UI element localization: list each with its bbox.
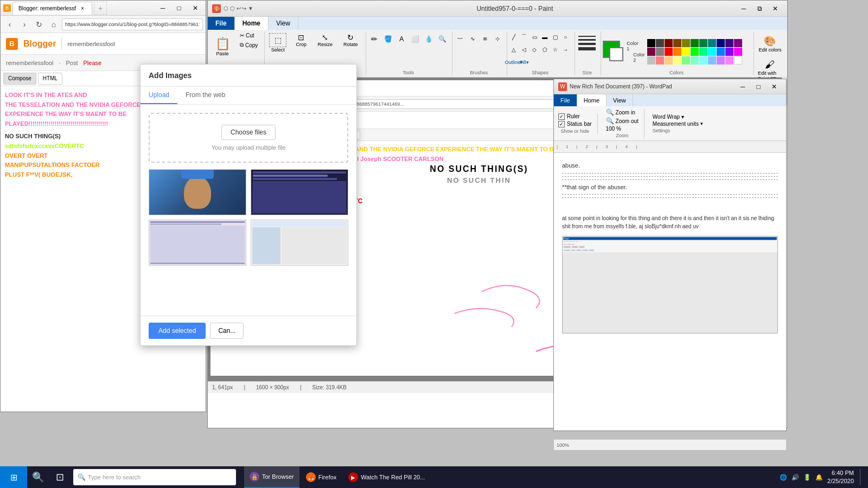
zoom-in-row[interactable]: 🔍 Zoom in — [606, 108, 639, 116]
triangle-shape[interactable]: △ — [509, 45, 519, 54]
paste-btn[interactable]: 📋 Paste — [210, 31, 234, 61]
color-white[interactable] — [734, 56, 742, 65]
dialog-tab-from-web[interactable]: From the web — [177, 87, 233, 104]
fillrect-shape[interactable]: ▬ — [540, 33, 550, 41]
pencil-btn[interactable]: ✏ — [368, 33, 381, 45]
color-salmon[interactable] — [656, 56, 664, 65]
pentagon-shape[interactable]: ⬠ — [540, 45, 550, 54]
compose-btn[interactable]: Compose — [3, 73, 36, 85]
paint-close-btn[interactable]: ✕ — [768, 3, 783, 15]
browser-home-btn[interactable]: ⌂ — [47, 18, 60, 31]
browser-back-btn[interactable]: ‹ — [3, 18, 16, 31]
task-view-btn[interactable]: ⊡ — [49, 466, 71, 488]
color-mint[interactable] — [691, 56, 699, 65]
ellipse-shape[interactable]: ○ — [560, 33, 570, 41]
size-line-1[interactable] — [578, 36, 596, 37]
text-btn[interactable]: A — [395, 33, 408, 45]
size-line-2[interactable] — [578, 39, 596, 41]
wordpad-status-row[interactable]: ✓ Status bar — [558, 121, 592, 127]
color-dark-gray[interactable] — [656, 39, 664, 47]
add-selected-btn[interactable]: Add selected — [149, 323, 206, 339]
color-light-purple[interactable] — [717, 56, 725, 65]
zoom-100-row[interactable]: 100 % — [606, 126, 639, 132]
wordpad-tab-file[interactable]: File — [554, 94, 577, 106]
cortana-btn[interactable]: 🔍 — [30, 466, 46, 488]
color-red[interactable] — [665, 48, 673, 56]
browser-minimize-btn[interactable]: ─ — [155, 2, 170, 14]
browser-maximize-btn[interactable]: □ — [171, 2, 187, 14]
brush-3[interactable]: ≋ — [479, 33, 491, 44]
diamond-shape[interactable]: ◇ — [529, 45, 539, 54]
color-violet[interactable] — [725, 48, 733, 56]
color-light-green[interactable] — [682, 56, 690, 65]
color-light-blue[interactable] — [708, 56, 716, 65]
color-light-cyan[interactable] — [699, 56, 707, 65]
ruler-checkbox[interactable]: ✓ — [558, 113, 565, 120]
fill-btn[interactable]: 🪣 — [381, 33, 394, 45]
rect-shape[interactable]: ▭ — [529, 33, 539, 41]
color-light-gray[interactable] — [647, 56, 655, 65]
color-light-yellow[interactable] — [673, 56, 681, 65]
copy-btn[interactable]: ⧉ Copy — [237, 41, 261, 49]
measurement-dropdown[interactable]: ▾ — [700, 121, 703, 126]
taskbar-search-bar[interactable]: 🔍 Type here to search — [73, 469, 236, 485]
color-indigo[interactable] — [725, 39, 733, 47]
taskbar-clock[interactable]: 6:40 PM 2/25/2020 — [827, 469, 854, 486]
html-btn[interactable]: HTML — [38, 73, 62, 85]
image-thumb-2[interactable] — [251, 169, 348, 215]
color-brown[interactable] — [673, 39, 681, 47]
browser-close-btn[interactable]: ✕ — [188, 2, 203, 14]
dialog-tab-upload[interactable]: Upload — [141, 87, 177, 104]
color-lime[interactable] — [691, 48, 699, 56]
browser-refresh-btn[interactable]: ↻ — [33, 18, 46, 31]
line-shape[interactable]: ╱ — [509, 33, 519, 41]
color-green[interactable] — [691, 39, 699, 47]
measurement-row[interactable]: Measurement units ▾ — [653, 121, 703, 127]
brush-4[interactable]: ⊹ — [492, 33, 503, 44]
color-magenta[interactable] — [734, 48, 742, 56]
magnify-btn[interactable]: 🔍 — [436, 33, 449, 45]
color-navy[interactable] — [717, 39, 725, 47]
image-thumb-3[interactable] — [149, 220, 246, 266]
color-azure[interactable] — [717, 48, 725, 56]
paint-tab-view[interactable]: View — [269, 17, 298, 30]
color-dark-pink[interactable] — [647, 48, 655, 56]
brush-2[interactable]: ∿ — [467, 33, 478, 44]
color-black[interactable] — [647, 39, 655, 47]
color-teal-green[interactable] — [699, 39, 707, 47]
wordpad-minimize-btn[interactable]: ─ — [735, 81, 750, 93]
curve-shape[interactable]: ⌒ — [519, 33, 529, 41]
size-line-3[interactable] — [578, 43, 596, 45]
color-light-magenta[interactable] — [725, 56, 733, 65]
color-2-swatch[interactable] — [609, 47, 623, 61]
start-button[interactable]: ⊞ — [0, 466, 27, 488]
color-spring[interactable] — [699, 48, 707, 56]
color-purple[interactable] — [734, 39, 742, 47]
browser-forward-btn[interactable]: › — [18, 18, 31, 31]
color-dark-red[interactable] — [665, 39, 673, 47]
color-gray[interactable] — [656, 48, 664, 56]
color-olive[interactable] — [682, 39, 690, 47]
choose-files-btn[interactable]: Choose files — [221, 125, 276, 140]
color-teal[interactable] — [708, 39, 716, 47]
eraser-btn[interactable]: ⬜ — [409, 33, 422, 45]
arrow-shape[interactable]: → — [560, 45, 570, 54]
taskbar-app-firefox[interactable]: 🦊 Firefox — [301, 466, 342, 488]
browser-tab[interactable]: Blogger: rememberlessf × — [12, 2, 92, 15]
wordpad-maximize-btn[interactable]: □ — [751, 81, 766, 93]
wordpad-close-btn[interactable]: ✕ — [767, 81, 782, 93]
edit-colors-btn[interactable]: 🎨 Edit colors — [756, 33, 784, 55]
cut-btn[interactable]: ✂ Cut — [237, 31, 261, 40]
image-thumb-4[interactable] — [251, 220, 348, 266]
wordpad-tab-home[interactable]: Home — [577, 94, 607, 106]
paint-tab-file[interactable]: File — [208, 17, 235, 30]
paint-minimize-btn[interactable]: ─ — [736, 3, 751, 15]
color-peach[interactable] — [665, 56, 673, 65]
paint-tab-home[interactable]: Home — [235, 17, 269, 30]
star-shape[interactable]: ☆ — [550, 45, 560, 54]
size-line-4[interactable] — [578, 47, 596, 50]
paint-restore-btn[interactable]: ⧉ — [752, 3, 767, 15]
word-wrap-row[interactable]: Word Wrap ▾ — [653, 114, 703, 120]
new-tab-btn[interactable]: + — [94, 2, 107, 15]
color-cyan[interactable] — [708, 48, 716, 56]
